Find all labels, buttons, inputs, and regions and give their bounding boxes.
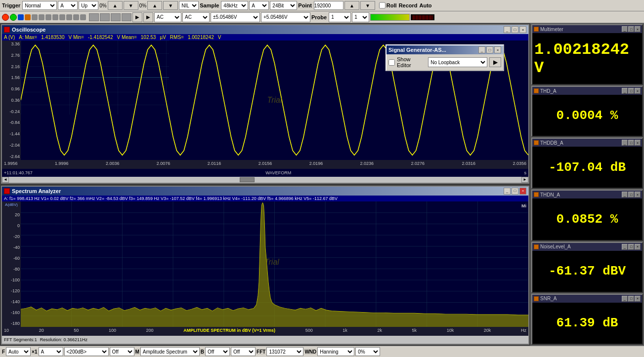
spec-restore-btn[interactable]: □ [512, 188, 518, 195]
off3-select[interactable]: Off [231, 347, 256, 356]
osc-yaxis: 3.36 2.76 2.16 1.56 0.96 0.36 -0.24 -0.8… [2, 40, 21, 160]
voltage1-select[interactable]: ±5.05486V [211, 12, 260, 22]
coupling1-select[interactable]: AC [154, 12, 181, 22]
sample-rate-select[interactable]: 48kHz [221, 1, 248, 10]
scroll-left-btn[interactable]: ◄ [2, 177, 9, 183]
osc-minimize-btn[interactable]: _ [504, 26, 511, 33]
icon-btn-2[interactable] [39, 14, 44, 20]
thda-close-btn[interactable]: × [635, 88, 641, 94]
tb2-icon-group4[interactable] [122, 13, 131, 21]
icon-btn-5[interactable] [59, 14, 65, 20]
tb2-icon-group2[interactable] [100, 13, 110, 21]
point-up-btn[interactable]: ▲ [344, 1, 359, 10]
thdn-restore-btn[interactable]: □ [628, 192, 634, 198]
mm-minimize-btn[interactable]: _ [622, 26, 628, 32]
roll-checkbox[interactable] [379, 1, 386, 10]
bit-depth-select[interactable]: 24Bit [270, 1, 297, 10]
multimeter-title: Multimeter [540, 27, 563, 32]
sg-close-btn[interactable]: × [494, 46, 501, 53]
pct1-value: 0% [99, 3, 106, 8]
icon-btn-3[interactable] [45, 14, 51, 20]
thddb-close-btn[interactable]: × [635, 140, 641, 146]
icon-btn-6[interactable] [66, 14, 72, 20]
off1-select[interactable]: Off [110, 347, 134, 356]
pct2-up-btn[interactable]: ▲ [147, 1, 162, 10]
oscilloscope-stats: A (V) A: Max= 1.4183530 V Min= -1.418254… [2, 34, 528, 40]
toolbar-bottom: F Auto ×1 A <200dB> Off M Amplitude Spec… [0, 346, 644, 357]
trigger-mode-select[interactable]: Normal [22, 1, 57, 10]
sg-show-editor-checkbox[interactable] [388, 59, 395, 66]
thdn-minimize-btn[interactable]: _ [622, 192, 628, 198]
icon-btn-8[interactable] [80, 14, 86, 20]
f-auto-select[interactable]: Auto [6, 347, 31, 356]
thd-a-title: THD_A [540, 88, 557, 94]
scroll-right-btn[interactable]: ► [521, 177, 528, 183]
channel-select-bottom[interactable]: A [39, 347, 63, 356]
osc-scrollbar[interactable]: ◄ ► [2, 177, 528, 183]
point-label: Point [298, 2, 312, 8]
signal-generator-popup: Signal Generator-AS... _ □ × Show Editor… [386, 44, 504, 71]
pct1-down-btn[interactable]: ▼ [124, 1, 138, 10]
voltage2-select[interactable]: +5.05486V [261, 12, 310, 22]
osc-restore-btn[interactable]: □ [512, 26, 518, 33]
sg-minimize-btn[interactable]: _ [478, 46, 485, 53]
spec-close-btn[interactable]: × [519, 188, 526, 195]
off2-select[interactable]: Off [205, 347, 230, 356]
play2-btn[interactable]: ▶ [143, 12, 153, 22]
tb2-icon-group3[interactable] [111, 13, 121, 21]
probe-label: Probe [311, 14, 327, 20]
pct2-down-btn[interactable]: ▼ [163, 1, 178, 10]
tb2-icon-group[interactable] [89, 13, 99, 21]
noise-a-titlebar: NoiseLevel_A _ □ × [532, 243, 642, 251]
channel-a-select[interactable]: A [58, 1, 78, 10]
main-area: Oscilloscope _ □ × A (V) A: Max= 1.41835… [0, 23, 644, 346]
icon-btn-4[interactable] [52, 14, 58, 20]
pct-select[interactable]: 0% [355, 347, 380, 356]
thd-a-icon [534, 88, 539, 93]
noise-restore-btn[interactable]: □ [628, 244, 634, 250]
direction-select[interactable]: Up [79, 1, 98, 10]
point-down-btn[interactable]: ▼ [360, 1, 375, 10]
scroll-thumb[interactable] [240, 177, 255, 182]
thdn-a-icon [534, 192, 539, 197]
icon-btn-1[interactable] [32, 14, 38, 20]
nil-select[interactable]: NIL [179, 1, 199, 10]
thddb-minimize-btn[interactable]: _ [622, 140, 628, 146]
probe-select[interactable]: 1 [329, 12, 351, 22]
wnd-select[interactable]: Hanning [317, 347, 354, 356]
thddb-restore-btn[interactable]: □ [628, 140, 634, 146]
xaxis-val-4: 2.0116 [208, 161, 221, 168]
thda-restore-btn[interactable]: □ [628, 88, 634, 94]
noise-close-btn[interactable]: × [635, 244, 641, 250]
sg-loopback-select[interactable]: No Loopback [428, 57, 487, 67]
spec-minimize-btn[interactable]: _ [504, 188, 511, 195]
thdn-close-btn[interactable]: × [635, 192, 641, 198]
snr-close-btn[interactable]: × [635, 296, 641, 302]
mm-close-btn[interactable]: × [635, 26, 641, 32]
sg-play-btn[interactable]: ▶ [489, 57, 501, 67]
play-btn[interactable]: ▶ [132, 12, 142, 22]
osc-trial-label: Trial [267, 96, 282, 105]
coupling2-select[interactable]: AC [182, 12, 210, 22]
spec-yval-0: 20 [3, 212, 20, 217]
amplitude-select[interactable]: Amplitude Spectrum [140, 347, 200, 356]
snr-restore-btn[interactable]: □ [628, 296, 634, 302]
osc-close-btn[interactable]: × [519, 26, 526, 33]
thddb-a-title: THDDB_A [540, 140, 563, 146]
range-select[interactable]: <200dB> [64, 347, 109, 356]
probe-x-select[interactable]: 1 [352, 12, 369, 22]
pct1-up-btn[interactable]: ▲ [108, 1, 123, 10]
mm-restore-btn[interactable]: □ [628, 26, 634, 32]
thda-minimize-btn[interactable]: _ [622, 88, 628, 94]
noise-minimize-btn[interactable]: _ [622, 244, 628, 250]
icon-btn-7[interactable] [73, 14, 79, 20]
point-input[interactable]: 192000 [314, 1, 343, 10]
sg-restore-btn[interactable]: □ [486, 46, 493, 53]
fft-select[interactable]: 131072 [266, 347, 303, 356]
spec-resolution: Resolution: 0.366211Hz [40, 337, 87, 342]
osc-mean-unit: µV [160, 35, 166, 40]
snr-minimize-btn[interactable]: _ [622, 296, 628, 302]
noise-a-title: NoiseLevel_A [540, 244, 571, 249]
channel-b-select[interactable]: A [249, 1, 269, 10]
xaxis-spec-1: 20 [39, 328, 44, 335]
